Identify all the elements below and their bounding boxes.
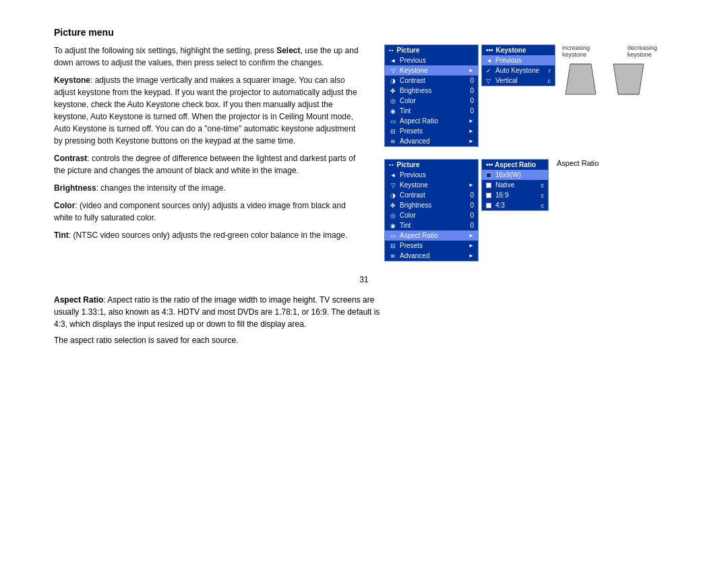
menu1-color-value: 0 [466,97,474,104]
menu1-advanced-label: Advanced [400,137,464,145]
ui-column-upper: •• Picture ◄ Previous ▽ Keystone ► [384,44,674,261]
m2-prev-icon: ◄ [389,172,397,179]
increasing-keystone-shape [562,61,599,98]
aspect-arrow: ► [468,118,474,124]
menu2-contrast-label: Contrast [400,191,463,199]
aspect-sub-43[interactable]: 4:3 c [482,200,548,210]
diagram-labels: increasing keystone decreasing keystone [562,44,674,58]
contrast-text: Contrast: controls the degree of differe… [54,152,364,177]
text-column-upper: To adjust the following six settings, hi… [54,44,364,261]
picture-menu-2-title: •• Picture [385,160,478,170]
menu1-item-tint[interactable]: ◉ Tint 0 [385,106,478,116]
menu2-color-value: 0 [466,212,474,219]
menu1-item-advanced[interactable]: ≋ Advanced ► [385,136,478,146]
keystone-arrow: ► [468,67,474,73]
menu1-aspect-label: Aspect Ratio [400,117,464,125]
menu1-item-contrast[interactable]: ◑ Contrast 0 [385,75,478,86]
prev-arrow-icon: ◄ [389,57,397,64]
picture-menu-1: •• Picture ◄ Previous ▽ Keystone ► [384,44,479,147]
aspect-16x9-label: 16x9(W) [495,171,521,179]
lower-content-area: Aspect Ratio: Aspect ratio is the ratio … [54,294,674,350]
ks-auto-check: ✓ [486,67,493,74]
m2-presets-icon: ⊟ [389,243,397,249]
aspect-submenu-dots: ••• [486,161,493,168]
m2-aspect-arrow: ► [468,232,474,239]
ks-prev-icon: ◄ [486,57,493,64]
aspect-submenu-title: ••• Aspect Ratio [482,160,548,170]
menu2-contrast-value: 0 [466,191,474,199]
menu2-item-brightness[interactable]: ✤ Brightness 0 [385,200,478,210]
keystone-sub-vertical[interactable]: ▽ Vertical c [482,75,555,86]
color-text: Color: (video and component sources only… [54,199,364,224]
menu1-contrast-label: Contrast [400,77,463,84]
menu1-item-aspect-ratio[interactable]: ▭ Aspect Ratio ► [385,116,478,126]
tint-icon: ◉ [389,108,397,115]
m2-advanced-icon: ≋ [389,253,397,259]
ks-previous-label: Previous [495,57,522,64]
menu1-item-color[interactable]: ◎ Color 0 [385,96,478,106]
m2-presets-arrow: ► [468,243,474,249]
keystone-submenu-dots: ••• [486,46,493,54]
menu2-title-label: Picture [397,161,420,168]
ks-vert-label: Vertical [495,77,518,84]
keystone-text: Keystone: adjusts the image vertically a… [54,74,364,147]
keystone-submenu: ••• Keystone ◄ Previous ✓ Auto Keystone … [481,44,555,86]
aspect-43-label: 4:3 [495,201,505,209]
menu2-presets-label: Presets [400,242,464,249]
menu2-tint-label: Tint [400,222,463,229]
aspect-ratio-para: Aspect Ratio: Aspect ratio is the ratio … [54,294,384,330]
ks-vert-check: ▽ [486,77,493,84]
keystone-sub-previous[interactable]: ◄ Previous [482,55,555,65]
radio-43 [486,203,491,208]
menu2-item-advanced[interactable]: ≋ Advanced ► [385,251,478,261]
picture-menu-2: •• Picture ◄ Previous ▽ Keystone ► ◑ C [384,159,479,261]
menu2-keystone-label: Keystone [400,181,464,189]
aspect-submenu: ••• Aspect Ratio 16x9(W) Native c [481,159,549,211]
menu1-tint-value: 0 [466,107,474,115]
aspect-sub-16x9[interactable]: 16x9(W) [482,170,548,180]
advanced-icon: ≋ [389,138,397,145]
menu1-item-keystone[interactable]: ▽ Keystone ► [385,65,478,75]
brightness-text: Brightness: changes the intensity of the… [54,182,364,194]
m2-brightness-icon: ✤ [389,202,397,209]
aspect-ratio-side-label: Aspect Ratio [557,159,599,167]
menu2-item-previous[interactable]: ◄ Previous [385,170,478,180]
menu2-item-keystone[interactable]: ▽ Keystone ► [385,180,478,190]
m2-keystone-arrow: ► [468,182,474,188]
aspect-sub-native[interactable]: Native c [482,180,548,190]
menu1-previous-label: Previous [400,57,474,64]
menu1-item-previous[interactable]: ◄ Previous [385,55,478,65]
tint-text: Tint: (NTSC video sources only) adjusts … [54,229,364,241]
menu1-item-brightness[interactable]: ✤ Brightness 0 [385,86,478,96]
menu2-item-contrast[interactable]: ◑ Contrast 0 [385,190,478,200]
menu2-item-color[interactable]: ◎ Color 0 [385,210,478,220]
menu1-contrast-value: 0 [466,77,474,84]
menu1-item-presets[interactable]: ⊟ Presets ► [385,126,478,136]
aspect-sub-169[interactable]: 16:9 c [482,190,548,200]
aspect-submenu-label: Aspect Ratio [495,161,536,168]
m2-aspect-icon: ▭ [389,232,397,239]
section-title: Picture menu [54,27,674,38]
menu2-item-tint[interactable]: ◉ Tint 0 [385,220,478,230]
ks-vert-shortcut: c [548,77,551,84]
menu2-item-aspect-ratio[interactable]: ▭ Aspect Ratio ► [385,230,478,241]
aspect-169-label: 16:9 [495,191,508,199]
menu1-keystone-label: Keystone [400,67,464,74]
intro-text: To adjust the following six settings, hi… [54,44,364,69]
upper-content-area: To adjust the following six settings, hi… [54,44,674,261]
43-shortcut: c [541,202,545,209]
menu-group-2: •• Picture ◄ Previous ▽ Keystone ► ◑ C [384,159,674,261]
menu1-brightness-label: Brightness [400,87,463,94]
menu2-color-label: Color [400,212,463,219]
keystone-submenu-label: Keystone [496,46,526,54]
m2-color-icon: ◎ [389,212,397,219]
keystone-sub-auto[interactable]: ✓ Auto Keystone r [482,65,555,75]
menu2-item-presets[interactable]: ⊟ Presets ► [385,241,478,251]
increasing-label: increasing keystone [562,44,607,58]
keystone-submenu-title: ••• Keystone [482,45,555,55]
presets-arrow: ► [468,128,474,134]
lower-text-column: Aspect Ratio: Aspect ratio is the ratio … [54,294,384,350]
diagrams-row [562,61,674,98]
keystone-diagrams: increasing keystone decreasing keystone [562,44,674,98]
m2-keystone-icon: ▽ [389,182,397,189]
